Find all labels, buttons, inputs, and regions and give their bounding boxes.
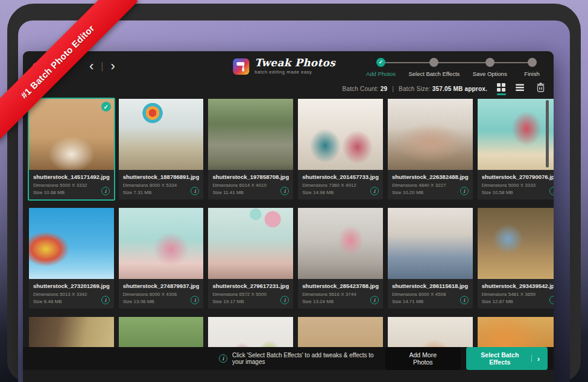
chevron-right-icon: › [537, 355, 540, 363]
info-icon[interactable]: i [101, 187, 110, 195]
step-label: Select Batch Effects [408, 70, 460, 77]
photo-thumbnail [119, 317, 204, 347]
photo-thumbnail [29, 208, 114, 279]
photo-thumbnail [119, 99, 204, 170]
app-logo: Tweak Photos batch editing made easy [233, 58, 335, 75]
forward-icon[interactable]: › [110, 60, 115, 73]
photo-card[interactable]: shutterstock_286115618.jpg Dimensions 60… [388, 208, 473, 308]
app-tagline: batch editing made easy [254, 69, 335, 75]
photo-size: Size 11.41 MB [212, 190, 289, 195]
app-title: Tweak Photos [254, 58, 335, 68]
photo-size: Size 13.24 MB [302, 299, 379, 304]
titlebar: ‹ | › Tweak Photos batch editing made ea… [23, 51, 554, 81]
app-window: ‹ | › Tweak Photos batch editing made ea… [23, 51, 554, 382]
active-view-underline [497, 93, 506, 95]
footer-bar: i Click 'Select Batch Effects' to add tw… [23, 347, 554, 370]
photo-card[interactable]: i [388, 317, 473, 347]
hint-text: Click 'Select Batch Effects' to add twea… [232, 352, 385, 365]
photo-card[interactable]: i [478, 317, 554, 347]
delete-batch-button[interactable] [536, 83, 545, 95]
photo-meta: shutterstock_286115618.jpg Dimensions 60… [388, 279, 473, 308]
button-divider [531, 355, 532, 362]
photo-dimensions: Dimensions 7360 X 4912 [302, 183, 379, 188]
step-save-options: Save Options [473, 58, 507, 77]
info-icon[interactable]: i [460, 187, 469, 195]
trash-underline [536, 93, 545, 95]
photo-card[interactable]: i [119, 317, 204, 347]
photo-thumbnail [298, 99, 383, 170]
step-finish: Finish [520, 58, 544, 77]
photo-card[interactable]: shutterstock_188786891.jpg Dimensions 80… [119, 99, 204, 199]
info-icon[interactable]: i [549, 296, 554, 304]
grid-view-icon [496, 83, 506, 92]
photo-card[interactable]: shutterstock_273201269.jpg Dimensions 50… [29, 208, 114, 308]
batch-size-value: 357.05 MB approx. [432, 86, 487, 92]
photo-dimensions: Dimensions 6000 X 4306 [123, 292, 200, 297]
photo-dimensions: Dimensions 6572 X 5000 [212, 292, 289, 297]
list-view-button[interactable] [515, 83, 525, 95]
photo-thumbnail [29, 317, 114, 347]
photo-size: Size 10.68 MB [33, 190, 110, 195]
add-more-photos-button[interactable]: Add More Photos [385, 347, 461, 370]
photo-size: Size 19.17 MB [212, 299, 289, 304]
photo-card[interactable]: shutterstock_270790076.jpg Dimensions 50… [478, 99, 554, 199]
photo-card[interactable]: i [208, 317, 293, 347]
summary-divider: | [392, 86, 394, 92]
photo-thumbnail [298, 208, 383, 279]
photo-size: Size 7.31 MB [123, 190, 200, 195]
photo-card[interactable]: shutterstock_226382488.jpg Dimensions 48… [388, 99, 473, 199]
photo-meta: shutterstock_201457733.jpg Dimensions 73… [298, 170, 383, 199]
step-select-batch-effects: Select Batch Effects [408, 58, 460, 77]
select-batch-effects-label: Select Batch Effects [474, 351, 526, 366]
photo-meta: shutterstock_279617231.jpg Dimensions 65… [208, 279, 293, 308]
photo-size: Size 6.46 MB [33, 299, 110, 304]
batch-count-label: Batch Count: [343, 86, 379, 92]
photo-card[interactable]: shutterstock_197858708.jpg Dimensions 60… [208, 99, 293, 199]
info-icon[interactable]: i [460, 296, 469, 304]
info-icon[interactable]: i [549, 187, 554, 195]
photo-card[interactable]: i [29, 317, 114, 347]
photo-filename: shutterstock_226382488.jpg [392, 174, 469, 180]
photo-card[interactable]: shutterstock_285423788.jpg Dimensions 56… [298, 208, 383, 308]
photo-filename: shutterstock_273201269.jpg [33, 283, 110, 289]
hint-group: i Click 'Select Batch Effects' to add tw… [219, 352, 385, 365]
scrollbar-thumb[interactable] [546, 100, 549, 168]
info-icon[interactable]: i [101, 296, 110, 304]
info-icon[interactable]: i [370, 296, 379, 304]
back-icon[interactable]: ‹ [89, 60, 93, 73]
inactive-view-underline [516, 93, 525, 95]
photo-dimensions: Dimensions 5000 X 3333 [482, 183, 554, 188]
scrollbar-track [546, 100, 549, 345]
photo-size: Size 12.87 MB [482, 299, 554, 304]
photo-card[interactable]: shutterstock_279617231.jpg Dimensions 65… [208, 208, 293, 308]
photo-filename: shutterstock_201457733.jpg [302, 174, 379, 180]
trash-icon [536, 83, 545, 92]
photo-thumbnail [298, 317, 383, 347]
photo-card[interactable]: i [298, 317, 383, 347]
photo-meta: shutterstock_188786891.jpg Dimensions 80… [119, 170, 204, 199]
photo-dimensions: Dimensions 6014 X 4010 [212, 183, 289, 188]
photo-card[interactable]: shutterstock_274879937.jpg Dimensions 60… [119, 208, 204, 308]
info-icon[interactable]: i [370, 187, 379, 195]
photo-filename: shutterstock_270790076.jpg [482, 174, 554, 180]
step-label: Save Options [473, 70, 507, 77]
photo-dimensions: Dimensions 6000 X 4508 [392, 292, 469, 297]
photo-size: Size 13.06 MB [123, 299, 200, 304]
photo-thumbnail [208, 99, 293, 170]
photo-thumbnail [388, 208, 473, 279]
grid-view-button[interactable] [496, 83, 506, 95]
photo-filename: shutterstock_145171492.jpg [33, 174, 110, 180]
photo-meta: shutterstock_197858708.jpg Dimensions 60… [208, 170, 293, 199]
nav-divider: | [101, 61, 103, 72]
photo-thumbnail [478, 317, 554, 347]
photo-card[interactable]: shutterstock_293439542.jpg Dimensions 54… [478, 208, 554, 308]
photo-meta: shutterstock_273201269.jpg Dimensions 50… [29, 279, 114, 308]
step-label: Finish [524, 70, 539, 77]
select-batch-effects-button[interactable]: Select Batch Effects › [466, 347, 548, 370]
step-dot [429, 58, 438, 67]
photo-size: Size 14.98 MB [302, 190, 379, 195]
photo-card[interactable]: shutterstock_201457733.jpg Dimensions 73… [298, 99, 383, 199]
photo-card[interactable]: ✓ shutterstock_145171492.jpg Dimensions … [29, 99, 114, 199]
batch-summary: Batch Count: 29 | Batch Size: 357.05 MB … [343, 86, 488, 92]
photo-dimensions: Dimensions 5481 X 3659 [482, 292, 554, 297]
